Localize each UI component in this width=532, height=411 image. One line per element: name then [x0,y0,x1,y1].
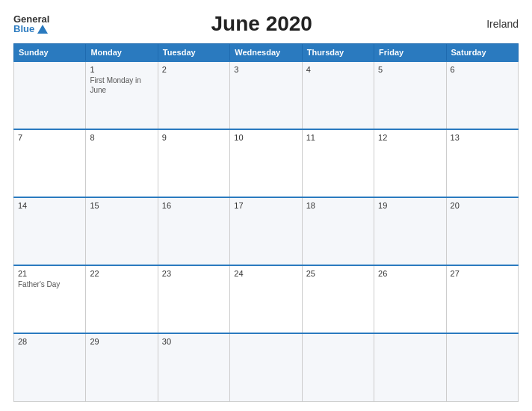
day-number: 9 [162,133,226,142]
calendar-cell: 16 [158,197,229,265]
logo-triangle-icon [37,25,48,34]
calendar-header: Sunday Monday Tuesday Wednesday Thursday… [14,44,519,62]
calendar-cell [230,333,302,401]
weekday-header-row: Sunday Monday Tuesday Wednesday Thursday… [14,44,519,62]
calendar-cell: 25 [302,265,374,333]
logo-blue-container: Blue [13,24,48,34]
calendar-cell [446,333,518,401]
calendar-cell: 24 [230,265,302,333]
day-number: 8 [90,133,153,142]
day-number: 5 [378,65,442,74]
day-number: 14 [18,201,81,210]
day-number: 22 [90,269,153,278]
day-number: 26 [378,269,442,278]
day-number: 6 [451,65,514,74]
day-number: 15 [90,201,153,210]
calendar-cell: 2 [158,61,229,129]
calendar-body: 1First Monday in June2345678910111213141… [14,61,519,402]
col-monday: Monday [86,44,158,62]
day-number: 21 [18,269,81,278]
calendar-cell: 5 [374,61,446,129]
calendar-cell: 22 [86,265,158,333]
calendar-week-1: 1First Monday in June23456 [14,61,519,129]
calendar-week-5: 282930 [14,333,519,401]
calendar-cell [302,333,374,401]
calendar-week-4: 21Father's Day222324252627 [14,265,519,333]
calendar-cell: 11 [302,129,374,197]
calendar-title: June 2020 [49,12,474,36]
day-number: 27 [451,269,514,278]
day-number: 24 [234,269,297,278]
calendar-cell: 30 [158,333,229,401]
calendar-cell: 20 [446,197,518,265]
calendar-cell: 21Father's Day [14,265,86,333]
day-number: 28 [18,337,81,346]
day-number: 3 [234,65,297,74]
calendar-cell: 19 [374,197,446,265]
day-number: 16 [162,201,226,210]
day-number: 7 [18,133,81,142]
day-number: 30 [162,337,226,346]
calendar-cell: 15 [86,197,158,265]
calendar-cell: 29 [86,333,158,401]
country-label: Ireland [474,18,519,30]
logo: General Blue [13,14,49,34]
calendar-cell: 12 [374,129,446,197]
day-number: 20 [451,201,514,210]
day-number: 4 [306,65,370,74]
day-number: 11 [306,133,370,142]
calendar-cell: 9 [158,129,229,197]
col-saturday: Saturday [446,44,518,62]
calendar-cell: 23 [158,265,229,333]
day-number: 23 [162,269,226,278]
col-sunday: Sunday [14,44,86,62]
calendar-week-2: 78910111213 [14,129,519,197]
calendar-cell: 8 [86,129,158,197]
day-event: First Monday in June [90,75,153,95]
day-number: 10 [234,133,297,142]
day-number: 25 [306,269,370,278]
col-wednesday: Wednesday [230,44,302,62]
day-number: 19 [378,201,442,210]
calendar-table: Sunday Monday Tuesday Wednesday Thursday… [13,43,519,402]
calendar-cell: 17 [230,197,302,265]
day-number: 18 [306,201,370,210]
calendar-cell: 3 [230,61,302,129]
day-number: 13 [451,133,514,142]
header: General Blue June 2020 Ireland [13,12,519,36]
calendar-cell: 27 [446,265,518,333]
calendar-cell: 1First Monday in June [86,61,158,129]
calendar-week-3: 14151617181920 [14,197,519,265]
calendar-cell: 13 [446,129,518,197]
calendar-cell: 4 [302,61,374,129]
logo-blue-text: Blue [13,24,34,34]
calendar-cell: 14 [14,197,86,265]
calendar-cell: 18 [302,197,374,265]
day-number: 29 [90,337,153,346]
day-number: 1 [90,65,153,74]
col-friday: Friday [374,44,446,62]
calendar-cell: 7 [14,129,86,197]
day-number: 12 [378,133,442,142]
col-thursday: Thursday [302,44,374,62]
calendar-cell: 6 [446,61,518,129]
calendar-cell: 28 [14,333,86,401]
day-number: 2 [162,65,226,74]
calendar-cell [14,61,86,129]
calendar-cell [374,333,446,401]
calendar-page: General Blue June 2020 Ireland Sunday Mo… [0,0,532,411]
calendar-cell: 26 [374,265,446,333]
day-event: Father's Day [18,279,81,289]
col-tuesday: Tuesday [158,44,229,62]
day-number: 17 [234,201,297,210]
calendar-cell: 10 [230,129,302,197]
